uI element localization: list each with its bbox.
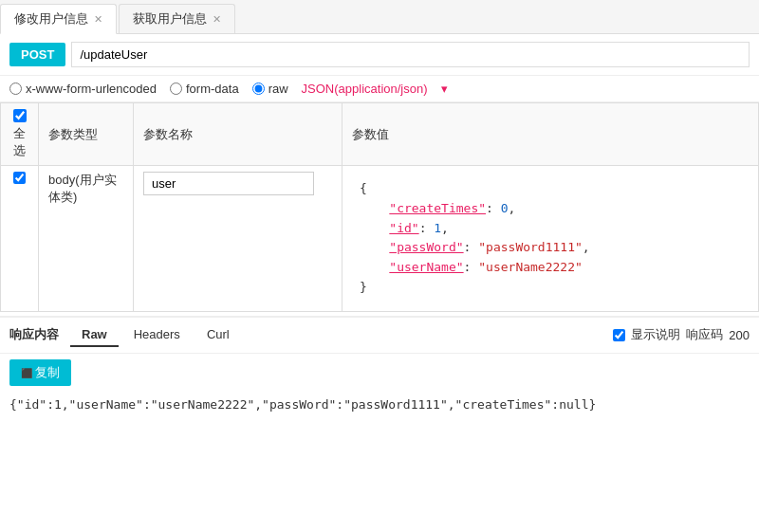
param-name-header: 参数名称: [134, 103, 342, 166]
show-desc-label: 显示说明: [631, 326, 680, 343]
response-body: {"id":1,"userName":"userName2222","passW…: [0, 392, 759, 417]
row-checkbox[interactable]: [13, 172, 26, 184]
close-icon[interactable]: ✕: [94, 13, 102, 26]
copy-button[interactable]: 复制: [9, 359, 71, 386]
json-key-id: "id": [389, 221, 418, 235]
close-icon[interactable]: ✕: [213, 13, 221, 26]
select-all-label: 全选: [13, 126, 26, 157]
param-type-header: 参数类型: [39, 103, 134, 166]
json-viewer: { "createTimes": 0, "id": 1, "passWord":…: [352, 172, 749, 305]
show-desc-checkbox[interactable]: [613, 329, 625, 341]
json-key-passWord: "passWord": [389, 240, 463, 254]
show-desc-area: 显示说明 响应码 200: [613, 326, 750, 343]
table-row: body(用户实体类) { "createTimes": 0, "id": 1,…: [1, 166, 759, 312]
params-table-wrapper: 全选 参数类型 参数名称 参数值 body(用户实体类): [0, 102, 759, 312]
json-key-userName: "userName": [389, 260, 463, 274]
json-val-createTimes: 0: [501, 201, 509, 215]
urlencoded-label: x-www-form-urlencoded: [26, 82, 157, 96]
json-open-brace: {: [360, 181, 367, 195]
response-tabs-bar: 响应内容 Raw Headers Curl 显示说明 响应码 200: [0, 318, 759, 354]
response-tab-headers[interactable]: Headers: [122, 323, 192, 347]
dropdown-arrow-icon[interactable]: ▾: [441, 82, 448, 96]
response-code-value: 200: [729, 328, 750, 342]
response-tab-raw-label: Raw: [82, 327, 107, 341]
content-type-bar: x-www-form-urlencoded form-data raw JSON…: [0, 76, 759, 102]
json-key-createTimes: "createTimes": [389, 201, 486, 215]
response-section: 响应内容 Raw Headers Curl 显示说明 响应码 200 复制 {"…: [0, 316, 759, 417]
formdata-label: form-data: [186, 82, 239, 96]
response-tab-curl-label: Curl: [207, 327, 230, 341]
copy-button-label: 复制: [35, 365, 60, 379]
row-name-cell: [134, 166, 342, 312]
copy-button-area: 复制: [0, 354, 759, 392]
url-input[interactable]: [71, 42, 750, 67]
select-all-header: 全选: [1, 103, 39, 166]
json-dropdown[interactable]: JSON(application/json): [302, 82, 428, 96]
response-label: 响应内容: [9, 326, 59, 343]
tabs-bar: 修改用户信息 ✕ 获取用户信息 ✕: [0, 0, 759, 34]
param-value-header: 参数值: [342, 103, 759, 166]
json-val-passWord: "passWord1111": [478, 240, 583, 254]
tab-get-user-label: 获取用户信息: [133, 10, 207, 28]
response-tab-raw[interactable]: Raw: [70, 323, 119, 347]
raw-label: raw: [268, 82, 288, 96]
tab-modify-user-label: 修改用户信息: [14, 10, 88, 28]
row-type-cell: body(用户实体类): [39, 166, 134, 312]
row-check-cell: [1, 166, 39, 312]
radio-raw[interactable]: raw: [252, 82, 288, 96]
response-code-label: 响应码: [686, 326, 723, 343]
radio-urlencoded[interactable]: x-www-form-urlencoded: [9, 82, 157, 96]
tab-get-user[interactable]: 获取用户信息 ✕: [119, 4, 235, 33]
tab-modify-user[interactable]: 修改用户信息 ✕: [0, 4, 117, 34]
radio-formdata[interactable]: form-data: [170, 82, 239, 96]
response-tab-curl[interactable]: Curl: [195, 323, 241, 347]
select-all-checkbox[interactable]: [13, 109, 27, 122]
params-table: 全选 参数类型 参数名称 参数值 body(用户实体类): [0, 102, 759, 312]
row-value-cell: { "createTimes": 0, "id": 1, "passWord":…: [342, 166, 759, 312]
param-name-input[interactable]: [143, 172, 314, 195]
json-close-brace: }: [360, 280, 367, 294]
response-tab-headers-label: Headers: [134, 327, 180, 341]
row-type-label: body(用户实体类): [48, 173, 117, 204]
json-val-userName: "userName2222": [478, 260, 583, 274]
post-button[interactable]: POST: [9, 43, 65, 66]
json-val-id: 1: [434, 221, 441, 235]
method-bar: POST: [0, 34, 759, 76]
